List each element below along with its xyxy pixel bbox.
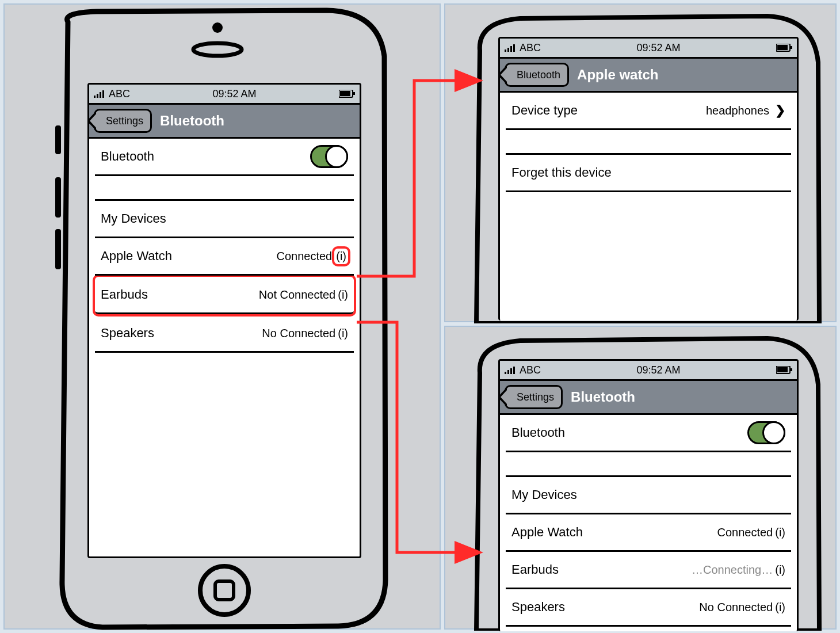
panel-connecting-state: ABC 09:52 AM Settings Bluetooth Bluetoot… bbox=[444, 326, 837, 630]
nav-header: Settings Bluetooth bbox=[89, 105, 360, 139]
signal-icon bbox=[94, 90, 106, 98]
bluetooth-toggle-row: Bluetooth bbox=[506, 415, 791, 452]
device-status: Not Connected bbox=[259, 288, 335, 302]
device-row-apple-watch[interactable]: Apple Watch Connected (i) bbox=[95, 238, 354, 276]
spacer-row bbox=[95, 176, 354, 201]
back-label: Settings bbox=[517, 391, 554, 403]
device-row-earbuds[interactable]: Earbuds Not Connected (i) bbox=[95, 277, 354, 314]
chevron-right-icon: ❯ bbox=[775, 103, 785, 118]
info-icon[interactable]: (i) bbox=[775, 563, 785, 577]
spacer-row bbox=[506, 452, 791, 477]
battery-icon bbox=[339, 90, 355, 98]
bluetooth-toggle-row: Bluetooth bbox=[95, 139, 354, 176]
device-status: No Connected bbox=[699, 601, 773, 614]
status-bar: ABC 09:52 AM bbox=[500, 39, 797, 59]
svg-rect-10 bbox=[102, 90, 104, 98]
svg-rect-6 bbox=[55, 229, 61, 269]
carrier-label: ABC bbox=[520, 42, 541, 54]
clock-label: 09:52 AM bbox=[212, 88, 256, 100]
screen-bluetooth-list: ABC 09:52 AM Settings Bluetooth Bluetoot… bbox=[87, 83, 361, 558]
svg-point-0 bbox=[212, 22, 223, 33]
info-icon[interactable]: (i) bbox=[334, 249, 348, 264]
device-name: Apple Watch bbox=[511, 525, 583, 540]
panel-device-detail: ABC 09:52 AM Bluetooth Apple watch Devic… bbox=[444, 3, 837, 322]
screen-device-detail: ABC 09:52 AM Bluetooth Apple watch Devic… bbox=[498, 37, 799, 321]
device-row-apple-watch[interactable]: Apple Watch Connected (i) bbox=[506, 514, 791, 552]
section-label: My Devices bbox=[101, 211, 166, 226]
screen-bluetooth-connecting: ABC 09:52 AM Settings Bluetooth Bluetoot… bbox=[498, 359, 799, 631]
battery-icon bbox=[776, 44, 792, 52]
device-status: No Connected bbox=[262, 327, 335, 340]
svg-rect-27 bbox=[791, 368, 792, 371]
device-name: Speakers bbox=[101, 326, 154, 341]
clock-label: 09:52 AM bbox=[636, 364, 680, 376]
device-row-speakers[interactable]: Speakers No Connected (i) bbox=[506, 589, 791, 627]
section-header-my-devices: My Devices bbox=[506, 477, 791, 514]
panel-main-phone: ABC 09:52 AM Settings Bluetooth Bluetoot… bbox=[3, 3, 441, 630]
device-name: Apple Watch bbox=[101, 249, 172, 264]
svg-rect-23 bbox=[510, 368, 512, 374]
svg-rect-19 bbox=[777, 45, 788, 50]
device-name: Earbuds bbox=[511, 562, 559, 577]
section-label: My Devices bbox=[511, 487, 577, 502]
svg-rect-13 bbox=[353, 92, 355, 95]
svg-rect-20 bbox=[791, 46, 792, 49]
info-icon[interactable]: (i) bbox=[775, 601, 785, 614]
forget-label: Forget this device bbox=[511, 165, 612, 180]
signal-icon bbox=[505, 366, 517, 374]
forget-device-row[interactable]: Forget this device bbox=[506, 155, 791, 192]
svg-rect-16 bbox=[510, 46, 512, 52]
back-button-settings[interactable]: Settings bbox=[505, 385, 563, 409]
section-header-my-devices: My Devices bbox=[95, 201, 354, 238]
device-row-earbuds[interactable]: Earbuds …Connecting… (i) bbox=[506, 552, 791, 589]
spacer-row bbox=[506, 130, 791, 155]
svg-rect-5 bbox=[55, 177, 61, 218]
bluetooth-toggle[interactable] bbox=[310, 145, 348, 168]
page-title: Bluetooth bbox=[571, 389, 635, 405]
device-row-speakers[interactable]: Speakers No Connected (i) bbox=[95, 315, 354, 353]
status-bar: ABC 09:52 AM bbox=[500, 361, 797, 381]
svg-rect-12 bbox=[340, 91, 350, 96]
svg-rect-14 bbox=[505, 49, 506, 52]
info-icon[interactable]: (i) bbox=[338, 288, 348, 302]
back-button-settings[interactable]: Settings bbox=[94, 109, 152, 133]
device-name: Earbuds bbox=[101, 287, 148, 302]
device-type-value: headphones bbox=[706, 104, 769, 117]
svg-rect-24 bbox=[513, 367, 515, 374]
carrier-label: ABC bbox=[109, 88, 130, 100]
svg-rect-22 bbox=[507, 370, 509, 374]
nav-header: Settings Bluetooth bbox=[500, 381, 797, 415]
back-label: Bluetooth bbox=[517, 69, 560, 81]
device-status: Connected bbox=[717, 526, 773, 539]
device-name: Speakers bbox=[511, 600, 565, 615]
bluetooth-toggle-label: Bluetooth bbox=[101, 149, 154, 164]
device-status: Connected bbox=[276, 250, 332, 263]
svg-rect-9 bbox=[100, 92, 101, 98]
battery-icon bbox=[776, 366, 792, 374]
svg-rect-4 bbox=[55, 125, 61, 154]
bluetooth-toggle[interactable] bbox=[747, 421, 785, 444]
clock-label: 09:52 AM bbox=[636, 42, 680, 54]
back-label: Settings bbox=[106, 115, 143, 127]
status-bar: ABC 09:52 AM bbox=[89, 85, 360, 105]
device-status: …Connecting… bbox=[692, 563, 773, 577]
carrier-label: ABC bbox=[520, 364, 541, 376]
info-icon[interactable]: (i) bbox=[338, 327, 348, 340]
svg-rect-26 bbox=[777, 367, 788, 372]
device-type-row[interactable]: Device type headphones ❯ bbox=[506, 93, 791, 130]
svg-rect-17 bbox=[513, 44, 515, 52]
svg-rect-15 bbox=[507, 48, 509, 52]
svg-rect-8 bbox=[97, 94, 98, 98]
signal-icon bbox=[505, 44, 517, 52]
back-button-bluetooth[interactable]: Bluetooth bbox=[505, 63, 569, 87]
info-icon[interactable]: (i) bbox=[775, 526, 785, 539]
nav-header: Bluetooth Apple watch bbox=[500, 59, 797, 93]
bluetooth-toggle-label: Bluetooth bbox=[511, 425, 565, 440]
svg-rect-21 bbox=[505, 372, 506, 374]
device-type-label: Device type bbox=[511, 103, 578, 118]
svg-rect-7 bbox=[94, 96, 96, 98]
page-title: Apple watch bbox=[577, 67, 658, 83]
page-title: Bluetooth bbox=[160, 113, 224, 129]
